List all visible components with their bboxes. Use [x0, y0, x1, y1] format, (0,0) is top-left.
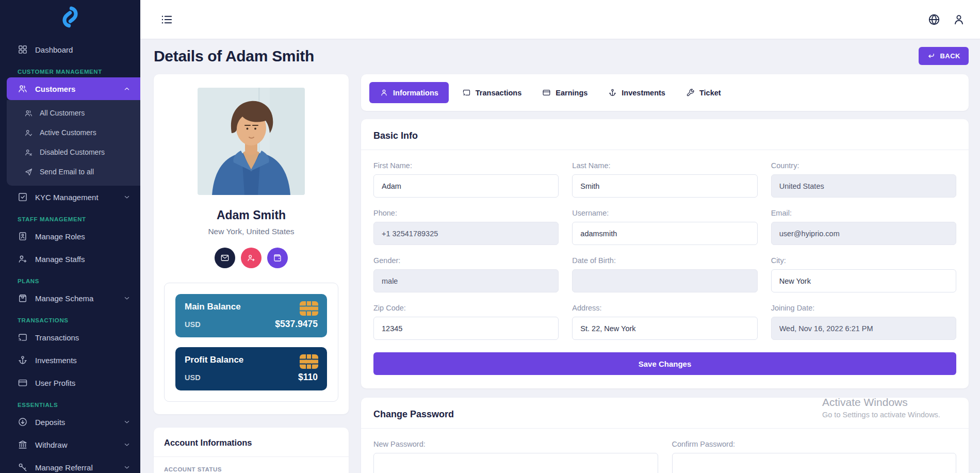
sidebar-subitem-label: Disabled Customers [40, 148, 105, 156]
sidebar-item-withdraw[interactable]: Withdraw [0, 433, 140, 456]
sidebar-item-manage-roles[interactable]: Manage Roles [0, 225, 140, 248]
tab-label: Informations [393, 89, 438, 97]
sidebar-item-manage-schema[interactable]: Manage Schema [0, 287, 140, 309]
sidebar-subitem-disabled-customers[interactable]: Disabled Customers [7, 142, 140, 162]
anchor-icon [608, 88, 617, 97]
sidebar-item-label: Withdraw [35, 441, 116, 449]
field-country: Country: [771, 161, 956, 198]
submenu-customers: All CustomersActive CustomersDisabled Cu… [7, 100, 140, 186]
credit-card-icon [542, 88, 551, 97]
sidebar-subitem-send-email-to-all[interactable]: Send Email to all [7, 162, 140, 182]
card-chip-icon [299, 354, 319, 369]
sidebar-item-manage-referral[interactable]: Manage Referral [0, 456, 140, 473]
confirm-password-input[interactable] [672, 453, 957, 473]
back-button[interactable]: BACK [919, 47, 969, 65]
save-changes-button[interactable]: Save Changes [373, 352, 956, 375]
wallet-icon [273, 253, 282, 263]
last-name-input[interactable] [572, 174, 757, 198]
phone-input [373, 222, 559, 245]
sidebar-item-kyc-management[interactable]: KYC Management [0, 186, 140, 208]
user-plus-icon [18, 254, 28, 264]
field-label-zip-code: Zip Code: [373, 304, 559, 312]
brand-logo[interactable] [0, 0, 140, 34]
field-last-name: Last Name: [572, 161, 757, 198]
field-label-date-of-birth: Date of Birth: [572, 256, 757, 265]
address-input[interactable] [572, 317, 757, 340]
sidebar-item-label: Investments [35, 356, 131, 365]
card-chip-icon [299, 301, 319, 316]
first-name-input[interactable] [373, 174, 559, 198]
sidebar-item-customers[interactable]: Customers [7, 77, 140, 100]
user-plus-action-button[interactable] [241, 248, 262, 268]
profile-menu-icon[interactable] [952, 13, 966, 26]
globe-icon[interactable] [927, 13, 941, 26]
page-title: Details of Adam Smith [154, 47, 314, 65]
topbar [140, 0, 980, 39]
sidebar-item-investments[interactable]: Investments [0, 349, 140, 371]
chevron-down-icon [123, 193, 131, 201]
content: Details of Adam Smith BACK [140, 39, 980, 473]
user-check-icon [24, 128, 33, 137]
username-input[interactable] [572, 222, 757, 245]
city-input[interactable] [771, 269, 956, 292]
field-label-country: Country: [771, 161, 956, 170]
customer-name: Adam Smith [164, 208, 338, 222]
sidebar-item-label: Manage Schema [35, 294, 116, 303]
field-zip-code: Zip Code: [373, 304, 559, 340]
balance-label: Profit Balance [185, 355, 318, 365]
sidebar-subitem-all-customers[interactable]: All Customers [7, 103, 140, 123]
field-label-confirm-password: Confirm Password: [672, 440, 957, 448]
right-column: InformationsTransactionsEarningsInvestme… [361, 74, 969, 473]
sidebar-subitem-active-customers[interactable]: Active Customers [7, 123, 140, 142]
tab-transactions[interactable]: Transactions [455, 82, 529, 103]
left-column: Adam Smith New York, United States Main … [154, 74, 349, 473]
field-gender: Gender: [373, 256, 559, 292]
account-info-title: Account Informations [164, 438, 338, 448]
tab-label: Earnings [556, 89, 587, 97]
credit-card-icon [18, 378, 28, 388]
joining-date-input [771, 317, 956, 340]
sidebar-item-label: Dashboard [35, 45, 131, 54]
sidebar-item-transactions[interactable]: Transactions [0, 326, 140, 349]
envelope-action-button[interactable] [215, 248, 235, 268]
section-header-essentials: ESSENTIALS [18, 402, 140, 408]
new-password-input[interactable] [373, 453, 658, 473]
wallet-action-button[interactable] [267, 248, 288, 268]
tab-investments[interactable]: Investments [601, 82, 673, 103]
basic-info-title: Basic Info [373, 131, 956, 141]
sidebar-item-label: KYC Management [35, 193, 116, 202]
sidebar-item-dashboard[interactable]: Dashboard [0, 38, 140, 61]
bank-icon [18, 439, 28, 450]
sidebar-item-deposits[interactable]: Deposits [0, 411, 140, 433]
sidebar-item-label: Manage Referral [35, 463, 116, 472]
tab-earnings[interactable]: Earnings [535, 82, 595, 103]
sidebar-item-label: Manage Staffs [35, 255, 131, 264]
divider [154, 456, 349, 457]
chevron-down-icon [123, 294, 131, 302]
user-plus-icon [247, 253, 256, 263]
users-icon [18, 84, 28, 94]
sidebar-item-user-profits[interactable]: User Profits [0, 371, 140, 394]
tab-ticket[interactable]: Ticket [679, 82, 728, 103]
user-x-icon [24, 148, 33, 157]
tab-label: Ticket [699, 89, 721, 97]
sidebar-subitem-label: All Customers [40, 109, 85, 117]
profile-card: Adam Smith New York, United States Main … [154, 74, 349, 414]
change-password-form: New Password:Confirm Password: [373, 440, 956, 473]
menu-list-icon[interactable] [160, 13, 173, 26]
return-arrow-icon [927, 52, 936, 60]
account-info-card: Account Informations ACCOUNT STATUS Acti… [154, 428, 349, 473]
tab-informations[interactable]: Informations [369, 82, 449, 103]
sidebar-subitem-label: Active Customers [40, 128, 96, 137]
check-square-icon [18, 192, 28, 202]
zip-code-input[interactable] [373, 317, 559, 340]
profile-actions [164, 248, 338, 268]
email-input [771, 222, 956, 245]
chevron-down-icon [123, 441, 131, 449]
key-icon [18, 462, 28, 472]
field-confirm-password: Confirm Password: [672, 440, 957, 473]
account-status-label: ACCOUNT STATUS [164, 466, 338, 472]
sidebar-item-manage-staffs[interactable]: Manage Staffs [0, 248, 140, 270]
sidebar-subitem-label: Send Email to all [40, 168, 94, 176]
sidebar-item-label: Deposits [35, 418, 116, 427]
